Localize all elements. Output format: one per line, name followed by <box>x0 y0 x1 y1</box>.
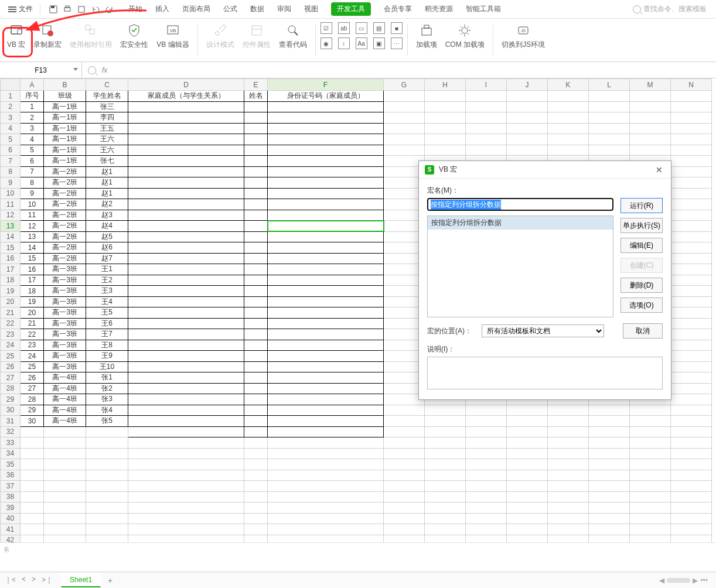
cell-M2[interactable] <box>630 101 671 112</box>
cell-A28[interactable]: 27 <box>21 383 44 394</box>
menu-tab-10[interactable]: 智能工具箱 <box>466 2 501 16</box>
cell-H3[interactable] <box>425 112 466 124</box>
cell-C26[interactable]: 王10 <box>86 361 128 372</box>
cell-H41[interactable] <box>425 524 466 535</box>
menu-tab-6[interactable]: 视图 <box>304 2 318 16</box>
menu-tab-1[interactable]: 插入 <box>155 2 169 16</box>
cell-G3[interactable] <box>384 112 425 124</box>
cell-A15[interactable]: 14 <box>21 242 44 254</box>
cell-L41[interactable] <box>589 524 630 535</box>
cell-D42[interactable] <box>128 535 244 542</box>
cell-J4[interactable] <box>507 123 548 134</box>
cell-D20[interactable] <box>128 296 244 307</box>
cell-E6[interactable] <box>244 145 268 156</box>
cell-B11[interactable]: 高一2班 <box>44 199 86 210</box>
cell-A41[interactable] <box>21 524 44 535</box>
cell-K32[interactable] <box>548 426 589 437</box>
cell-B40[interactable] <box>44 513 86 524</box>
cell-E34[interactable] <box>244 448 268 459</box>
dialog-titlebar[interactable]: S VB 宏 ✕ <box>419 161 671 179</box>
cell-I35[interactable] <box>466 459 507 470</box>
checkbox-control-icon[interactable]: ☑ <box>321 22 332 34</box>
cell-I4[interactable] <box>466 123 507 134</box>
cell-N12[interactable] <box>671 210 712 221</box>
cell-J36[interactable] <box>507 470 548 481</box>
row-header-28[interactable]: 28 <box>1 383 21 394</box>
cell-E36[interactable] <box>244 470 268 481</box>
cell-L32[interactable] <box>589 426 630 437</box>
delete-button[interactable]: 删除(D) <box>620 278 663 293</box>
cell-A2[interactable]: 1 <box>21 101 44 112</box>
cell-C29[interactable]: 张3 <box>86 394 128 405</box>
cell-C36[interactable] <box>86 470 128 481</box>
cell-G6[interactable] <box>384 145 425 156</box>
cell-F40[interactable] <box>268 513 384 524</box>
cell-B24[interactable]: 高一3班 <box>44 340 86 351</box>
cell-I30[interactable] <box>466 405 507 416</box>
cell-D24[interactable] <box>128 340 244 351</box>
cell-H35[interactable] <box>425 459 466 470</box>
cell-A13[interactable]: 12 <box>21 221 44 232</box>
cell-F35[interactable] <box>268 459 384 470</box>
cell-D1[interactable]: 家庭成员（与学生关系） <box>128 91 244 102</box>
cell-A6[interactable]: 5 <box>21 145 44 156</box>
cell-D37[interactable] <box>128 481 244 492</box>
row-header-8[interactable]: 8 <box>1 166 21 177</box>
cell-N37[interactable] <box>671 481 712 492</box>
cell-B36[interactable] <box>44 470 86 481</box>
cell-E25[interactable] <box>244 351 268 362</box>
cell-F30[interactable] <box>268 405 384 416</box>
cell-L3[interactable] <box>589 112 630 124</box>
cell-K42[interactable] <box>548 535 589 542</box>
cell-I33[interactable] <box>466 437 507 449</box>
cell-D36[interactable] <box>128 470 244 481</box>
cell-H6[interactable] <box>425 145 466 156</box>
listbox-control-icon[interactable]: ▤ <box>373 22 385 34</box>
cell-N40[interactable] <box>671 513 712 524</box>
cell-F39[interactable] <box>268 502 384 514</box>
cell-G33[interactable] <box>384 437 425 449</box>
cell-J39[interactable] <box>507 502 548 514</box>
cell-I39[interactable] <box>466 502 507 514</box>
cell-L6[interactable] <box>589 145 630 156</box>
cell-J38[interactable] <box>507 491 548 502</box>
cell-F41[interactable] <box>268 524 384 535</box>
cell-B20[interactable]: 高一3班 <box>44 296 86 307</box>
cell-E9[interactable] <box>244 177 268 189</box>
cell-F19[interactable] <box>268 286 384 297</box>
cell-D27[interactable] <box>128 372 244 384</box>
cell-E15[interactable] <box>244 242 268 254</box>
cell-A12[interactable]: 11 <box>21 210 44 221</box>
cell-E40[interactable] <box>244 513 268 524</box>
cell-C9[interactable]: 赵1 <box>86 177 128 189</box>
cell-I41[interactable] <box>466 524 507 535</box>
cell-A9[interactable]: 8 <box>21 177 44 189</box>
cell-A24[interactable]: 23 <box>21 340 44 351</box>
cell-F22[interactable] <box>268 318 384 329</box>
run-button[interactable]: 运行(R) <box>620 198 663 213</box>
row-header-4[interactable]: 4 <box>1 123 21 134</box>
cell-A19[interactable]: 18 <box>21 286 44 297</box>
col-header-E[interactable]: E <box>244 79 268 91</box>
cell-J34[interactable] <box>507 448 548 459</box>
cell-I2[interactable] <box>466 101 507 112</box>
cell-F31[interactable] <box>268 416 384 427</box>
cell-B33[interactable] <box>44 437 86 449</box>
cell-B1[interactable]: 班级 <box>44 91 86 102</box>
cell-B18[interactable]: 高一3班 <box>44 275 86 286</box>
cell-B8[interactable]: 高一2班 <box>44 166 86 177</box>
cell-B25[interactable]: 高一3班 <box>44 351 86 362</box>
cell-C31[interactable]: 张5 <box>86 416 128 427</box>
cell-C18[interactable]: 王2 <box>86 275 128 286</box>
cell-K41[interactable] <box>548 524 589 535</box>
cell-C32[interactable] <box>86 426 128 437</box>
cell-B39[interactable] <box>44 502 86 514</box>
cell-D22[interactable] <box>128 318 244 329</box>
cell-G41[interactable] <box>384 524 425 535</box>
cell-B28[interactable]: 高一4班 <box>44 383 86 394</box>
cell-F16[interactable] <box>268 253 384 264</box>
cell-C30[interactable]: 张4 <box>86 405 128 416</box>
cell-M37[interactable] <box>630 481 671 492</box>
cell-A36[interactable] <box>21 470 44 481</box>
row-header-38[interactable]: 38 <box>1 491 21 502</box>
